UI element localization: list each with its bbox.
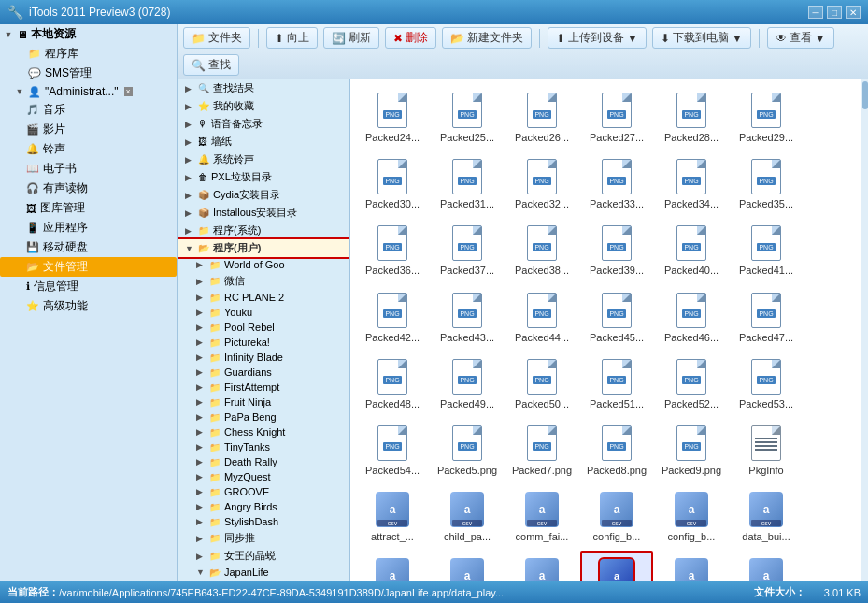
sidebar-item-program-lib[interactable]: 📁 程序库 xyxy=(0,44,177,64)
file-item[interactable]: PNG Packed33... xyxy=(580,151,653,216)
download-button[interactable]: ⬇ 下载到电脑 ▼ xyxy=(652,27,751,49)
tree-item-syncpush[interactable]: ▶ 📁 同步推 xyxy=(178,529,349,547)
sidebar-item-audiobooks[interactable]: 🎧 有声读物 xyxy=(0,179,177,198)
file-item[interactable]: PNG Packed52... xyxy=(655,352,728,416)
folder-tab-button[interactable]: 📁 文件夹 xyxy=(183,27,250,49)
tree-item-firstattempt[interactable]: ▶ 📁 FirstAttempt xyxy=(178,380,349,395)
file-item[interactable]: a csv data_npc... xyxy=(505,551,578,581)
file-item[interactable]: PNG Packed38... xyxy=(505,218,578,282)
tree-item-userprog[interactable]: ▼ 📂 程序(用户) xyxy=(178,239,349,257)
file-item[interactable]: PNG Packed30... xyxy=(356,151,429,216)
tree-item-voice[interactable]: ▶ 🎙 语音备忘录 xyxy=(178,115,349,133)
tree-item-pictureka[interactable]: ▶ 📁 Pictureka! xyxy=(178,335,349,350)
search-button[interactable]: 🔍 查找 xyxy=(183,54,239,76)
maximize-button[interactable]: □ xyxy=(827,6,842,19)
tree-item-favorites[interactable]: ▶ ⭐ 我的收藏 xyxy=(178,97,349,115)
file-item[interactable]: PNG Packed47... xyxy=(730,285,803,350)
file-item[interactable]: PNG Packed44... xyxy=(505,285,578,350)
tree-item-papabeng[interactable]: ▶ 📁 PaPa Beng xyxy=(178,409,349,424)
tree-item-deathrally[interactable]: ▶ 📁 Death Rally xyxy=(178,454,349,469)
file-item[interactable]: PNG Packed48... xyxy=(356,352,429,416)
tree-item-guardians[interactable]: ▶ 📁 Guardians xyxy=(178,365,349,380)
file-item[interactable]: PNG Packed53... xyxy=(730,352,803,416)
tree-item-tinytanks[interactable]: ▶ 📁 TinyTanks xyxy=(178,439,349,454)
file-item[interactable]: PNG Packed9.png xyxy=(655,418,728,482)
tree-item-installous[interactable]: ▶ 📦 Installous安装目录 xyxy=(178,204,349,222)
file-item[interactable]: PNG Packed32... xyxy=(505,151,578,216)
file-item[interactable]: PkgInfo xyxy=(730,418,803,482)
file-item[interactable]: PNG Packed36... xyxy=(356,218,429,282)
sidebar-item-file-manage[interactable]: 📂 文件管理 xyxy=(0,257,177,277)
refresh-button[interactable]: 🔄 刷新 xyxy=(323,27,379,49)
sidebar-item-app[interactable]: 📱 应用程序 xyxy=(0,218,177,237)
file-item[interactable]: PNG Packed40... xyxy=(655,218,728,282)
tree-item-infinityblade[interactable]: ▶ 📁 Infinity Blade xyxy=(178,350,349,365)
file-item[interactable]: PNG Packed34... xyxy=(655,151,728,216)
file-item[interactable]: PNG Packed26... xyxy=(505,85,578,150)
sidebar-item-admin[interactable]: ▼ 👤 "Administrat..." × xyxy=(0,83,177,100)
file-item[interactable]: PNG Packed41... xyxy=(730,218,803,282)
tree-item-myzquest[interactable]: ▶ 📁 MyzQuest xyxy=(178,469,349,484)
file-item[interactable]: PNG Packed29... xyxy=(730,85,803,150)
tree-item-wallpaper[interactable]: ▶ 🖼 墙纸 xyxy=(178,133,349,151)
file-item[interactable]: PNG Packed25... xyxy=(431,85,504,150)
file-item[interactable]: PNG Packed51... xyxy=(580,352,653,416)
sidebar-item-music[interactable]: 🎵 音乐 xyxy=(0,100,177,120)
view-button[interactable]: 👁 查看 ▼ xyxy=(767,27,834,49)
file-item[interactable]: a csv data_player .csv xyxy=(580,551,653,581)
upload-button[interactable]: ⬆ 上传到设备 ▼ xyxy=(548,27,647,49)
file-item[interactable]: PNG Packed27... xyxy=(580,85,653,150)
file-item[interactable]: PNG Packed7.png xyxy=(505,418,578,482)
tree-item-sysring[interactable]: ▶ 🔔 系统铃声 xyxy=(178,151,349,168)
sidebar-item-sms[interactable]: 💬 SMS管理 xyxy=(0,64,177,83)
file-item[interactable]: a csv data_hot... xyxy=(431,551,504,581)
file-item[interactable]: PNG Packed45... xyxy=(580,285,653,350)
scrollbar-thumb[interactable] xyxy=(862,81,868,109)
file-item[interactable]: PNG Packed5.png xyxy=(431,418,504,482)
close-button[interactable]: ✕ xyxy=(846,6,861,19)
file-item[interactable]: PNG Packed31... xyxy=(431,151,504,216)
sidebar-item-photo[interactable]: 🖼 图库管理 xyxy=(0,198,177,218)
minimize-button[interactable]: ─ xyxy=(808,6,823,19)
file-item[interactable]: PNG Packed39... xyxy=(580,218,653,282)
scrollbar-track[interactable] xyxy=(861,79,868,581)
file-item[interactable]: a csv config_b... xyxy=(580,484,653,549)
delete-button[interactable]: ✖ 删除 xyxy=(385,27,436,49)
tree-item-search[interactable]: ▶ 🔍 查找结果 xyxy=(178,79,349,97)
tree-item-weixin[interactable]: ▶ 📁 微信 xyxy=(178,272,349,290)
file-item[interactable]: a csv data_que... xyxy=(655,551,728,581)
file-item[interactable]: a csv data_sho... xyxy=(730,551,803,581)
tree-item-fruitninja[interactable]: ▶ 📁 Fruit Ninja xyxy=(178,395,349,409)
file-item[interactable]: PNG Packed42... xyxy=(356,285,429,350)
tree-item-stylishdash[interactable]: ▶ 📁 StylishDash xyxy=(178,514,349,529)
file-item[interactable]: a csv data_bui... xyxy=(730,484,803,549)
tree-item-rcplane[interactable]: ▶ 📁 RC PLANE 2 xyxy=(178,290,349,305)
sidebar-item-mobile-disk[interactable]: 💾 移动硬盘 xyxy=(0,237,177,257)
new-folder-button[interactable]: 📂 新建文件夹 xyxy=(442,27,532,49)
file-item[interactable]: PNG Packed46... xyxy=(655,285,728,350)
tree-item-cydia[interactable]: ▶ 📦 Cydia安装目录 xyxy=(178,186,349,204)
file-item[interactable]: a csv comm_fai... xyxy=(505,484,578,549)
tree-item-worldofgoo[interactable]: ▶ 📁 World of Goo xyxy=(178,257,349,272)
tree-item-documents[interactable]: ▶ 📁 Documents xyxy=(178,580,349,581)
tree-item-sysprog[interactable]: ▶ 📁 程序(系统) xyxy=(178,222,349,239)
tree-item-youku[interactable]: ▶ 📁 Youku xyxy=(178,305,349,320)
tree-item-angrybirds[interactable]: ▶ 📁 Angry Birds xyxy=(178,499,349,514)
tree-item-queenblossom[interactable]: ▶ 📁 女王的晶蜕 xyxy=(178,547,349,565)
file-item[interactable]: a csv data_bui... xyxy=(356,551,429,581)
tree-item-pxl[interactable]: ▶ 🗑 PXL垃圾目录 xyxy=(178,168,349,186)
sidebar-item-movies[interactable]: 🎬 影片 xyxy=(0,120,177,139)
file-item[interactable]: a csv config_b... xyxy=(655,484,728,549)
file-item[interactable]: a csv attract_... xyxy=(356,484,429,549)
tree-item-japanlife[interactable]: ▼ 📂 JapanLife xyxy=(178,565,349,580)
file-item[interactable]: PNG Packed35... xyxy=(730,151,803,216)
file-item[interactable]: PNG Packed49... xyxy=(431,352,504,416)
file-item[interactable]: PNG Packed24... xyxy=(356,85,429,150)
sidebar-item-advanced[interactable]: ⭐ 高级功能 xyxy=(0,296,177,316)
sidebar-item-local-res[interactable]: ▼ 🖥 本地资源 xyxy=(0,24,177,44)
file-item[interactable]: PNG Packed54... xyxy=(356,418,429,482)
sidebar-item-info[interactable]: ℹ 信息管理 xyxy=(0,277,177,296)
tree-item-chessknight[interactable]: ▶ 📁 Chess Knight xyxy=(178,424,349,439)
up-button[interactable]: ⬆ 向上 xyxy=(266,27,318,49)
file-item[interactable]: a csv child_pa... xyxy=(431,484,504,549)
